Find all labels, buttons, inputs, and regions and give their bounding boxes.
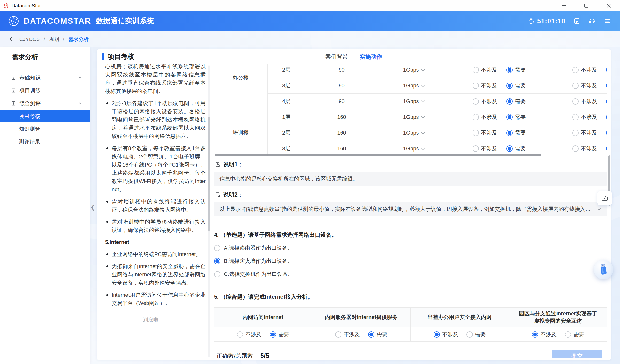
radio-required[interactable]	[506, 145, 513, 152]
radio-not-involved[interactable]	[572, 114, 579, 120]
radio-label[interactable]: 需要	[515, 82, 526, 89]
sidebar-item-knowledge-quiz[interactable]: 知识测验	[0, 122, 90, 135]
radio-label[interactable]: 不涉及	[581, 114, 597, 121]
radio-required[interactable]	[606, 114, 607, 120]
radio[interactable]	[214, 245, 220, 251]
radio-label[interactable]: 需要	[515, 145, 526, 152]
back-button[interactable]	[8, 36, 16, 43]
menu-button[interactable]	[604, 18, 611, 24]
radio-label[interactable]: 不涉及	[344, 331, 360, 338]
speed-select[interactable]: 1Gbps	[403, 145, 425, 152]
close-button[interactable]	[597, 0, 620, 11]
radio-not-involved[interactable]	[473, 83, 479, 89]
doc-search-icon	[215, 162, 221, 167]
radio-not-involved[interactable]	[473, 145, 479, 152]
radio-required[interactable]	[506, 114, 513, 120]
tab-implementation[interactable]: 实施动作	[359, 52, 383, 61]
radio-label[interactable]: 不涉及	[581, 145, 597, 152]
radio-required[interactable]	[506, 130, 513, 136]
radio-required[interactable]	[606, 145, 607, 152]
sidebar-item-training[interactable]: 项目训练	[0, 84, 90, 97]
maximize-button[interactable]	[575, 0, 597, 11]
speed-select[interactable]: 1Gbps	[403, 114, 425, 120]
radio-not-involved[interactable]	[434, 331, 440, 338]
radio-not-involved[interactable]	[237, 331, 243, 338]
radio-label[interactable]: 需要	[515, 129, 526, 136]
speed-select[interactable]: 1Gbps	[403, 98, 425, 105]
radio-label[interactable]: 不涉及	[581, 129, 597, 136]
radio[interactable]	[214, 258, 220, 264]
breadcrumb-root[interactable]: CJYDCS	[19, 36, 40, 42]
radio-required[interactable]	[606, 130, 607, 136]
radio-label[interactable]: 不涉及	[481, 82, 497, 89]
horizontal-scrollbar-thumb[interactable]	[215, 154, 541, 156]
q4-option-c[interactable]: C.选择交换机作为出口设备。	[214, 271, 607, 278]
radio-required[interactable]	[506, 67, 513, 73]
radio-not-involved[interactable]	[473, 67, 479, 73]
radio-required[interactable]	[606, 67, 607, 73]
case-scrollbar-thumb[interactable]	[208, 117, 210, 231]
radio-not-involved[interactable]	[572, 145, 579, 152]
radio-label[interactable]: 不涉及	[581, 98, 597, 105]
radio-label[interactable]: 需要	[515, 66, 526, 74]
radio-label[interactable]: 不涉及	[481, 66, 497, 74]
radio-label[interactable]: 不涉及	[442, 331, 458, 338]
radio-label[interactable]: 不涉及	[481, 129, 497, 136]
radio-label[interactable]: 需要	[377, 331, 388, 338]
radio-required[interactable]	[506, 83, 513, 89]
sidebar-item-eval-results[interactable]: 测评结果	[0, 135, 90, 148]
radio-label[interactable]: 需要	[279, 331, 289, 338]
q4-option-b[interactable]: B.选择防火墙作为出口设备。	[214, 258, 607, 265]
radio-label[interactable]: 需要	[515, 98, 526, 105]
radio-required[interactable]	[466, 331, 473, 338]
radio-required[interactable]	[368, 331, 374, 338]
case-section-heading: 5.Internet	[105, 238, 206, 246]
radio[interactable]	[214, 271, 220, 277]
radio-required[interactable]	[606, 83, 607, 89]
radio-not-involved[interactable]	[335, 331, 341, 338]
support-button[interactable]	[589, 17, 596, 25]
radio-label[interactable]: 不涉及	[481, 98, 497, 105]
radio-required[interactable]	[565, 331, 571, 338]
minimize-button[interactable]	[552, 0, 575, 11]
radio-label[interactable]: 不涉及	[541, 331, 557, 338]
q3-table: 办公楼 1层 90 1Gbps 不涉及需要 不涉及需要 2层 90 1Gbps …	[214, 64, 607, 156]
case-bullet-item: 企业网络中的终端PC需访问Internet。	[104, 250, 206, 258]
breadcrumb-middle[interactable]: 规划	[49, 36, 59, 43]
speed-select[interactable]: 1Gbps	[403, 67, 425, 73]
radio-label[interactable]: 不涉及	[581, 82, 597, 89]
q4-option-a[interactable]: A.选择路由器作为出口设备。	[214, 244, 607, 252]
expand-chevron-icon[interactable]	[597, 207, 601, 211]
sidebar-collapse-handle[interactable]: ❮	[90, 200, 95, 214]
submit-button[interactable]: 提交	[552, 350, 602, 358]
radio-not-involved[interactable]	[572, 83, 579, 89]
radio-label[interactable]: 需要	[515, 114, 526, 121]
radio-group: 不涉及需要	[549, 66, 607, 74]
radio-not-involved[interactable]	[572, 130, 579, 136]
radio-not-involved[interactable]	[473, 130, 479, 136]
note2-box: 以上显示“有线信息点数量”指的是估测的最小值，实际在设备选型和网络规划时，必须大…	[214, 202, 607, 216]
radio-label[interactable]: 需要	[475, 331, 486, 338]
sidebar-item-project-exam[interactable]: 项目考核	[0, 110, 90, 122]
radio-required[interactable]	[270, 331, 276, 338]
radio-not-involved[interactable]	[532, 331, 538, 338]
speed-select[interactable]: 1Gbps	[403, 130, 425, 136]
radio-not-involved[interactable]	[473, 98, 479, 105]
radio-label[interactable]: 不涉及	[581, 66, 597, 74]
radio-required[interactable]	[606, 98, 607, 105]
usb-drive-widget[interactable]	[594, 260, 613, 279]
toolkit-button[interactable]	[597, 191, 612, 205]
radio-not-involved[interactable]	[572, 98, 579, 105]
radio-label[interactable]: 不涉及	[246, 331, 262, 338]
radio-label[interactable]: 不涉及	[481, 114, 497, 121]
speed-select[interactable]: 1Gbps	[403, 83, 425, 89]
sidebar-item-basics[interactable]: 基础知识	[0, 71, 90, 84]
notebook-button[interactable]	[574, 18, 580, 24]
radio-required[interactable]	[506, 98, 513, 105]
sidebar-item-evaluation[interactable]: 综合测评	[0, 97, 90, 110]
radio-not-involved[interactable]	[473, 114, 479, 120]
radio-label[interactable]: 需要	[574, 331, 584, 338]
radio-not-involved[interactable]	[572, 67, 579, 73]
radio-label[interactable]: 不涉及	[481, 145, 497, 152]
tab-case-background[interactable]: 案例背景	[325, 52, 348, 61]
